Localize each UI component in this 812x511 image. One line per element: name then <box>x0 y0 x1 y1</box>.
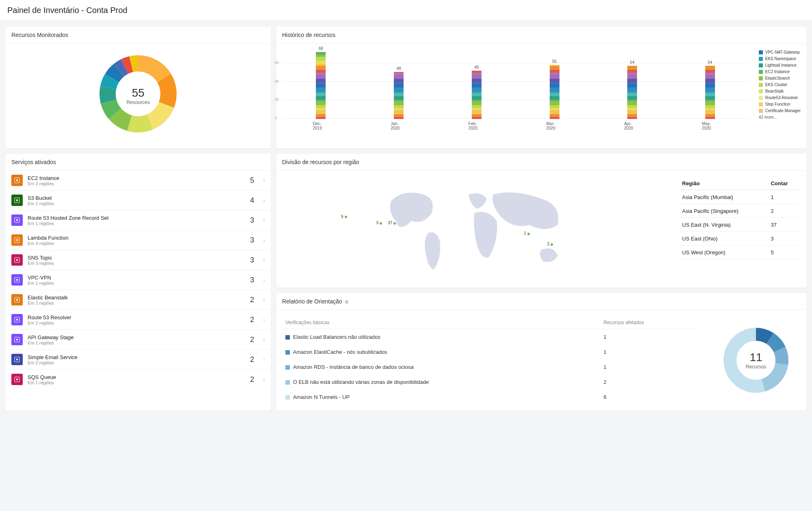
service-icon <box>11 374 23 385</box>
service-row[interactable]: VPC-VPN Em 1 regiões 3 › <box>6 270 271 290</box>
guidance-report-card: Relatório de Orientação ⧉ Verificações b… <box>276 293 806 411</box>
legend-item[interactable]: ElasticSearch <box>759 75 801 82</box>
service-count: 3 <box>250 256 254 264</box>
guidance-row[interactable]: Amazon ElastiCache - nós subutilizados 1 <box>283 345 698 359</box>
svg-point-15 <box>16 319 18 321</box>
service-count: 2 <box>250 375 254 384</box>
legend-item[interactable]: Lightsail Instance <box>759 62 801 69</box>
guidance-center-label: Recursos <box>746 364 767 370</box>
service-icon <box>11 254 23 266</box>
region-split-card: Divisão de recursos por região 533712 <box>276 154 806 288</box>
guidance-report-header: Relatório de Orientação ⧉ <box>276 293 806 310</box>
service-row[interactable]: S3 Bucket Em 1 regiões 4 › <box>6 190 271 210</box>
legend-item[interactable]: Step Function <box>759 101 801 108</box>
service-count: 2 <box>250 355 254 364</box>
monitored-resources-card: Recursos Monitorados 55 Resources <box>6 27 271 148</box>
history-bar: 68 Dec-2019 <box>313 46 329 130</box>
service-row[interactable]: Simple Email Service Em 2 regiões 2 › <box>6 349 271 369</box>
service-name: Elastic Beanstalk <box>28 294 245 301</box>
service-name: Simple Email Service <box>28 354 245 360</box>
monitored-center-value: 55 <box>127 87 150 100</box>
service-icon <box>11 195 23 206</box>
service-row[interactable]: SQS Queue Em 1 regiões 2 › <box>6 369 271 389</box>
external-link-icon[interactable]: ⧉ <box>345 299 348 304</box>
history-bar: 55 Mar-2020 <box>546 59 563 130</box>
guidance-row[interactable]: O ELB não está utilizando várias zonas d… <box>283 375 698 389</box>
service-count: 3 <box>250 276 254 284</box>
chevron-right-icon: › <box>263 197 265 204</box>
service-icon <box>11 214 23 226</box>
service-row[interactable]: SNS Topic Em 3 regiões 3 › <box>6 250 271 270</box>
region-row[interactable]: US East (Ohio)3 <box>680 232 800 245</box>
enabled-services-header: Serviços ativados <box>6 154 271 171</box>
service-regions: Em 2 regiões <box>28 301 245 305</box>
chevron-right-icon: › <box>263 257 265 263</box>
map-point[interactable]: 2 <box>546 242 554 246</box>
map-point[interactable]: 1 <box>523 231 531 236</box>
service-count: 2 <box>250 296 254 304</box>
service-regions: Em 2 regiões <box>28 360 245 365</box>
service-count: 3 <box>250 216 254 225</box>
service-row[interactable]: Elastic Beanstalk Em 2 regiões 2 › <box>6 290 271 310</box>
legend-item[interactable]: EC2 Instance <box>759 69 801 75</box>
chevron-right-icon: › <box>263 316 265 323</box>
guidance-affected-header: Recursos afetados <box>601 316 698 329</box>
svg-point-1 <box>16 180 18 182</box>
resource-history-header: Histórico de recursos <box>276 27 806 43</box>
legend-item[interactable]: EKS Namespace <box>759 56 801 62</box>
map-point[interactable]: 5 <box>340 214 348 219</box>
map-point[interactable]: 3 <box>375 221 383 225</box>
region-row[interactable]: Asia Pacific (Singapore)2 <box>680 205 800 218</box>
service-row[interactable]: Lambda Function Em 3 regiões 3 › <box>6 230 271 250</box>
guidance-row[interactable]: Amazon N Tunnels - UP 6 <box>283 390 698 404</box>
legend-item[interactable]: Certificate Manager <box>759 108 801 114</box>
history-bar: 49 Feb-2020 <box>469 65 485 130</box>
history-bar: 54 May-2020 <box>702 60 718 130</box>
service-row[interactable]: API Gateway Stage Em 1 regiões 2 › <box>6 329 271 349</box>
service-row[interactable]: Route 53 Resolver Em 2 regiões 2 › <box>6 310 271 329</box>
service-regions: Em 1 regiões <box>28 380 245 385</box>
chevron-right-icon: › <box>263 237 265 243</box>
region-table: Região Contar Asia Pacific (Mumbai)1 Asi… <box>679 176 801 260</box>
service-regions: Em 1 regiões <box>28 281 245 286</box>
service-count: 4 <box>250 196 254 205</box>
page-title: Painel de Inventário - Conta Prod <box>0 0 812 21</box>
chevron-right-icon: › <box>263 356 265 363</box>
service-regions: Em 3 regiões <box>28 241 245 246</box>
service-icon <box>11 274 23 286</box>
svg-point-17 <box>16 339 18 341</box>
chevron-right-icon: › <box>263 297 265 303</box>
service-regions: Em 3 regiões <box>28 261 245 266</box>
guidance-row[interactable]: Amazon RDS - instância de banco de dados… <box>283 360 698 374</box>
chevron-right-icon: › <box>263 177 265 184</box>
map-point[interactable]: 37 <box>387 221 397 225</box>
service-icon <box>11 175 23 186</box>
service-regions: Em 2 regiões <box>28 320 245 325</box>
region-row[interactable]: Asia Pacific (Mumbai)1 <box>680 191 800 204</box>
region-row[interactable]: US West (Oregon)5 <box>680 246 800 259</box>
svg-point-11 <box>16 279 18 281</box>
service-row[interactable]: Route 53 Hosted Zone Record Set Em 1 reg… <box>6 210 271 230</box>
legend-item[interactable]: VPC-NAT-Gateway <box>759 49 801 56</box>
service-row[interactable]: EC2 Instance Em 2 regiões 5 › <box>6 171 271 190</box>
region-col-header: Região <box>680 177 768 190</box>
chevron-right-icon: › <box>263 217 265 223</box>
svg-point-9 <box>16 259 18 261</box>
service-count: 3 <box>250 236 254 245</box>
service-name: SQS Queue <box>28 374 245 380</box>
legend-item[interactable]: EKS Cluster <box>759 82 801 88</box>
legend-item[interactable]: BeanStalk <box>759 88 801 95</box>
guidance-row[interactable]: Elastic Load Balancers não utilizados 1 <box>283 330 698 344</box>
svg-point-5 <box>16 219 18 221</box>
region-split-header: Divisão de recursos por região <box>276 154 806 171</box>
service-count: 2 <box>250 316 254 324</box>
enabled-services-card: Serviços ativados EC2 Instance Em 2 regi… <box>6 154 271 411</box>
service-icon <box>11 294 23 305</box>
service-icon <box>11 334 23 345</box>
monitored-donut: 55 Resources <box>11 49 265 143</box>
legend-item[interactable]: Route53-Resolver <box>759 95 801 101</box>
guidance-checks-header: Verificações básicas <box>283 316 600 329</box>
service-regions: Em 2 regiões <box>28 181 245 186</box>
region-row[interactable]: US East (N. Virginia)37 <box>680 219 800 232</box>
legend-more[interactable]: 42 more... <box>759 114 801 121</box>
